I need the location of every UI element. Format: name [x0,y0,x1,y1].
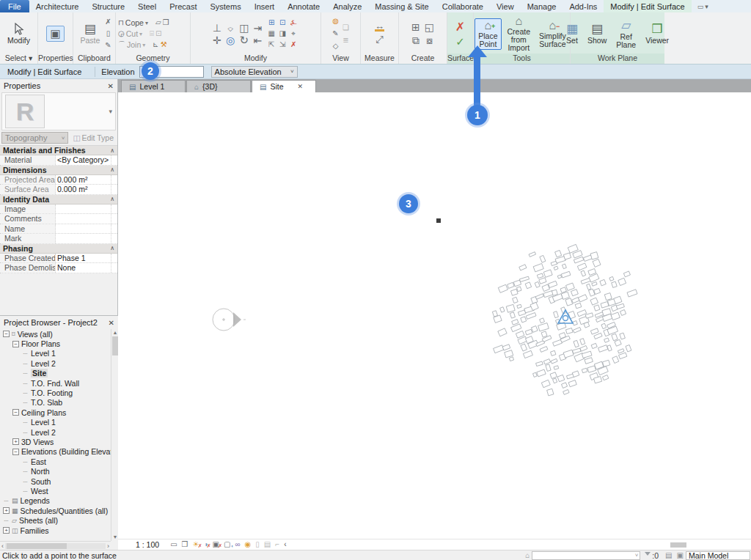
properties-close-icon[interactable]: ✕ [108,82,114,90]
properties-toggle-button[interactable]: ▣ [46,26,64,42]
delete-icon[interactable]: ✗ [288,40,298,50]
select-toggle1-icon[interactable]: ▤ [665,551,672,559]
properties-palette-header[interactable]: Properties ✕ [0,79,117,92]
browser-item-sheets-all-[interactable]: ┄▱Sheets (all) [0,515,111,525]
panel-tools-label[interactable]: Tools [474,54,570,64]
browser-item-west[interactable]: ┄West [0,486,111,495]
measure-icon[interactable]: ↔ [375,23,384,32]
show-crop-region-icon[interactable]: ▢◖ [224,540,230,549]
ribbon-tab-annotate[interactable]: Annotate [281,0,326,12]
collapse-section-icon[interactable]: ∧ [110,196,114,202]
unpin-icon[interactable]: ⍼ [288,18,298,28]
property-value[interactable]: 0.000 m² [56,175,111,185]
view-tab--3d-[interactable]: ⌂{3D} [186,80,251,92]
visual-style-icon[interactable]: ❒ [182,540,188,549]
vcb-collapse-icon[interactable]: ‹ [284,540,286,549]
browser-item-legends[interactable]: ┄▤Legends [0,496,111,506]
cut-button[interactable]: ◶Cut▾⌸⊡ [118,29,161,40]
browser-item-north[interactable]: ┄North [0,466,111,476]
properties-section-header[interactable]: Materials and Finishes∧ [0,146,117,155]
create-parts-icon[interactable]: ⧉ [411,35,420,45]
detail-level-icon[interactable]: ▭ [170,540,177,549]
browser-item-t-o-slab[interactable]: ┄T.O. Slab [0,398,111,408]
collapse-section-icon[interactable]: ∧ [110,245,114,251]
trim-icon[interactable]: ⇤ [253,35,262,45]
type-preview-row[interactable]: R ▾ [1,92,116,130]
geometry-extra1-icon[interactable]: ▱ [155,18,161,28]
dimension-icon[interactable]: ⤢ [376,34,383,45]
align-icon[interactable]: ⊥ [213,23,221,33]
create-group-icon[interactable]: ⊞ [411,22,420,32]
scroll-right-icon[interactable]: › [107,542,109,550]
panel-clipboard-label[interactable]: Clipboard [73,54,115,64]
ribbon-tab-collaborate[interactable]: Collaborate [436,0,490,12]
collapse-node-icon[interactable]: − [12,341,19,347]
move-icon[interactable]: ✛ [213,35,221,45]
browser-horizontal-scrollbar[interactable]: ‹ › [0,541,111,550]
create-assembly-icon[interactable]: ⧇ [425,35,434,45]
mirror-icon[interactable]: ◫ [239,23,249,33]
worksets-dropdown[interactable]: ˅ [532,551,640,560]
align2-icon[interactable]: ⇱ [266,40,276,50]
ribbon-tab-architecture[interactable]: Architecture [29,0,86,12]
properties-section-header[interactable]: Phasing∧ [0,244,117,254]
offset-icon[interactable]: ⌔ [226,23,235,33]
selection-filter-icon[interactable] [645,552,651,559]
modify-button[interactable]: Modify [4,22,33,45]
drawing-area[interactable] [118,92,751,539]
temporary-hide-isolate-icon[interactable]: ∞ [235,540,240,549]
ribbon-tab-modify-edit-surface[interactable]: Modify | Edit Surface [604,0,691,12]
set-work-plane-button[interactable]: ▦ Set [563,22,581,45]
project-browser-header[interactable]: Project Browser - Project2 ✕ [0,316,118,329]
property-value[interactable]: Phase 1 [56,254,111,263]
ribbon-tab-insert[interactable]: Insert [248,0,282,12]
browser-item-3d-views[interactable]: +3D Views [0,437,111,446]
view-scale-button[interactable]: 1 : 100 [136,540,159,549]
ribbon-tab-analyze[interactable]: Analyze [326,0,368,12]
browser-item-views-all-[interactable]: −⌑Views (all) [0,329,111,339]
close-view-tab-icon[interactable]: ✕ [298,83,304,90]
panel-measure-label[interactable]: Measure [361,54,398,64]
ribbon-tab-file[interactable]: File [0,0,29,12]
collapse-node-icon[interactable]: − [12,409,19,416]
design-options-dropdown[interactable]: Main Model [686,551,750,560]
align3-icon[interactable]: ⇲ [277,40,287,50]
scale-icon[interactable]: ⊡ [277,18,287,28]
ref-plane-button[interactable]: ▱ Ref Plane [613,18,639,50]
geometry-extra5-icon[interactable]: ⊾ [153,40,158,50]
type-selector-dropdown[interactable]: Topography ˅ [1,132,68,144]
linework-icon[interactable]: ✎ [332,29,339,39]
ribbon-tab-manage[interactable]: Manage [521,0,563,12]
scroll-left-icon[interactable]: ‹ [1,542,4,550]
browser-item-level-2[interactable]: ┄Level 2 [0,358,111,368]
viewer-button[interactable]: ❒ Viewer [642,22,672,45]
create-similar-icon[interactable]: ◱ [425,22,434,32]
browser-item-south[interactable]: ┄South [0,476,111,486]
property-value[interactable] [56,214,111,224]
geometry-extra6-icon[interactable]: ⚒ [161,40,167,50]
view-tab-site[interactable]: ▤Site✕ [252,80,316,92]
worksets-icon[interactable]: ⌂ [525,551,530,559]
view-tab-level-1[interactable]: ▤Level 1 [121,80,186,92]
lightbulb-icon[interactable]: ◍ [332,16,339,26]
match-type-icon[interactable]: ✎ [105,40,111,51]
edit-type-button[interactable]: ◫ Edit Type [70,133,116,142]
view-extra2-icon[interactable]: ≣ [342,35,349,45]
type-preview-arrow-icon[interactable]: ▾ [109,108,112,115]
panel-view-label[interactable]: View [321,54,360,64]
crop-view-icon[interactable]: ▣✗ [213,540,219,549]
elevation-mode-dropdown[interactable]: Absolute Elevation ˅ [211,66,298,78]
join-button[interactable]: ⌒Join▾⊾⚒ [118,40,167,51]
reveal-hidden-elements-icon[interactable]: ◉ [245,540,252,549]
browser-item-elevations-building-elevation-[interactable]: −Elevations (Building Elevation) [0,447,111,457]
ribbon-tab-structure[interactable]: Structure [85,0,131,12]
browser-item-t-o-footing[interactable]: ┄T.O. Footing [0,388,111,397]
array-icon[interactable]: ⊞ [266,18,276,28]
ribbon-tab-steel[interactable]: Steel [131,0,163,12]
panel-select-label[interactable]: Select ▾ [0,54,37,64]
browser-item-schedules-quantities-all-[interactable]: +▦Schedules/Quantities (all) [0,506,111,515]
property-value[interactable]: 0.000 m² [56,185,111,194]
expand-node-icon[interactable]: + [3,527,10,534]
browser-item-families[interactable]: +◫Families [0,526,111,535]
pin-icon[interactable]: ◨ [277,29,287,39]
